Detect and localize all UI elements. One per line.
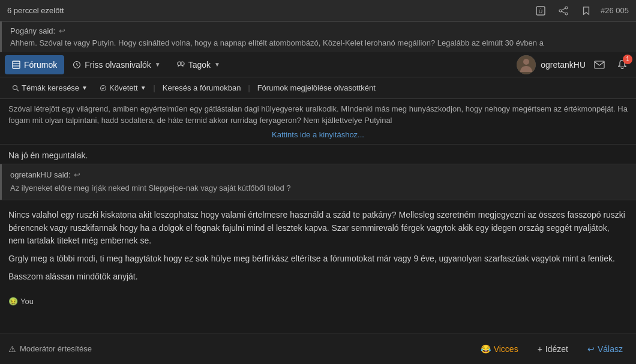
- tags-arrow-icon: ▼: [214, 61, 220, 68]
- notification-badge: 1: [623, 55, 632, 64]
- moderator-label: Moderátor értesítése: [20, 344, 92, 353]
- subnav-divider: |: [154, 84, 155, 92]
- subnav-search-topics[interactable]: Témák keresése ▼: [7, 81, 92, 95]
- reaction-emoji: 🤢: [8, 297, 18, 306]
- vicces-label: Vicces: [494, 344, 518, 354]
- nav-bar: Fórumok Friss olvasnivalók ▼ Tagok ▼ ogr…: [0, 52, 636, 77]
- nav-forums[interactable]: Fórumok: [5, 55, 64, 74]
- svg-text:Ú: Ú: [539, 8, 543, 14]
- svg-point-3: [559, 10, 562, 12]
- vicces-button[interactable]: 😂 Vicces: [476, 342, 523, 356]
- search-arrow-icon: ▼: [82, 85, 88, 91]
- idezet-button[interactable]: + Idézet: [533, 342, 573, 356]
- ogretank-reply-icon: ↩: [74, 170, 80, 179]
- subnav-search-forums[interactable]: Keresés a fórumokban: [158, 81, 246, 95]
- nav-right-section: ogretankHU 1: [517, 55, 631, 74]
- main-message-line3: Basszom alássan mindőtök anyját.: [8, 270, 628, 284]
- reaction-middle-text: Na jó én meguntalak.: [8, 151, 628, 160]
- svg-point-13: [523, 59, 529, 65]
- subnav-follow[interactable]: Követett ▼: [95, 81, 151, 95]
- subnav-follow-label: Követett: [109, 83, 138, 92]
- timestamp: 6 perccel ezelőtt: [7, 6, 64, 15]
- nav-fresh-label: Friss olvasnivalók: [85, 60, 151, 70]
- bookmark-icon[interactable]: [578, 2, 595, 19]
- reaction-label: You: [20, 297, 34, 306]
- subnav-search-label: Témák keresése: [22, 83, 79, 92]
- nav-tags-label: Tagok: [188, 60, 211, 70]
- ogretank-quote-header: ogretankHU said: ↩: [10, 170, 628, 179]
- bottom-bar: ⚠ Moderátor értesítése 😂 Vicces + Idézet…: [0, 333, 636, 364]
- pogany-quote-text: Ahhem. Szóval te vagy Putyin. Hogy csiná…: [10, 38, 628, 49]
- main-message-line1: Nincs valahol egy ruszki kiskatona akit …: [8, 209, 628, 248]
- avatar-image: [517, 55, 536, 74]
- subnav-mark-read-label: Fórumok megjelölése olvasottként: [257, 83, 376, 92]
- subnav-divider2: |: [248, 84, 250, 92]
- expand-area: Kattints ide a kinyitáshoz...: [0, 127, 636, 144]
- svg-point-15: [13, 85, 17, 89]
- svg-line-6: [562, 11, 565, 13]
- ogretank-quote-block: ogretankHU said: ↩ Az ilyeneket előre me…: [0, 164, 636, 200]
- top-bar: 6 perccel ezelőtt Ú #26 005: [0, 0, 636, 22]
- middle-content: Szóval létrejött egy világrend, amiben e…: [0, 99, 636, 127]
- svg-line-5: [562, 8, 565, 10]
- notifications-icon[interactable]: 1: [613, 56, 631, 74]
- reaction-item[interactable]: 🤢 You: [8, 297, 34, 306]
- svg-point-2: [565, 7, 568, 9]
- vicces-emoji: 😂: [481, 344, 491, 354]
- nav-fresh[interactable]: Friss olvasnivalók ▼: [65, 55, 167, 74]
- expand-link[interactable]: Kattints ide a kinyitáshoz...: [0, 128, 636, 142]
- nav-forums-label: Fórumok: [24, 60, 57, 70]
- search-icon: [12, 85, 19, 92]
- subnav-search-forums-label: Keresés a fórumokban: [163, 83, 241, 92]
- valasz-label: Válasz: [598, 344, 623, 354]
- subnav-mark-read[interactable]: Fórumok megjelölése olvasottként: [253, 81, 380, 95]
- svg-rect-14: [595, 61, 604, 68]
- messages-icon[interactable]: [590, 56, 608, 74]
- valasz-button[interactable]: ↩ Válasz: [583, 342, 628, 356]
- forums-icon: [12, 61, 20, 69]
- reply-arrow-icon: ↩: [59, 26, 65, 35]
- username-label[interactable]: ogretankHU: [541, 60, 586, 70]
- reaction-row: 🤢 You: [0, 293, 636, 312]
- post-number: #26 005: [601, 6, 629, 15]
- follow-icon: [100, 85, 107, 92]
- moderator-report[interactable]: ⚠ Moderátor értesítése: [8, 344, 92, 354]
- sub-nav: Témák keresése ▼ Követett ▼ | Keresés a …: [0, 77, 636, 99]
- new-posts-icon[interactable]: Ú: [532, 2, 549, 19]
- ogretank-quote-text: Az ilyeneket előre meg írják neked mint …: [10, 183, 628, 194]
- reaction-middle-area: Na jó én meguntalak.: [0, 145, 636, 164]
- idezet-label: Idézet: [545, 344, 568, 354]
- top-bar-actions: Ú #26 005: [532, 2, 629, 19]
- nav-tags[interactable]: Tagok ▼: [169, 55, 227, 74]
- pogany-quote-block: Pogány said: ↩ Ahhem. Szóval te vagy Put…: [0, 22, 636, 52]
- svg-rect-7: [13, 61, 20, 68]
- pogany-quote-label: Pogány said:: [10, 26, 55, 35]
- valasz-arrow-icon: ↩: [587, 344, 595, 354]
- pogany-quote-header: Pogány said: ↩: [10, 26, 628, 35]
- post-actions: 😂 Vicces + Idézet ↩ Válasz: [476, 342, 628, 356]
- follow-arrow-icon: ▼: [140, 85, 146, 91]
- main-message-area: Nincs valahol egy ruszki kiskatona akit …: [0, 200, 636, 293]
- svg-line-16: [17, 89, 19, 91]
- svg-point-4: [565, 13, 568, 15]
- tags-icon: [176, 61, 185, 69]
- warning-icon: ⚠: [8, 344, 16, 354]
- fresh-arrow-icon: ▼: [155, 61, 161, 68]
- share-icon[interactable]: [555, 2, 572, 19]
- content-middle-text: Szóval létrejött egy világrend, amiben e…: [8, 104, 628, 127]
- idezet-plus-icon: +: [538, 344, 542, 354]
- fresh-icon: [73, 61, 81, 69]
- main-message-line2: Grgly meg a többi modi, ti meg hagytátok…: [8, 252, 628, 266]
- ogretank-quote-label: ogretankHU said:: [10, 170, 70, 179]
- avatar[interactable]: [517, 55, 536, 74]
